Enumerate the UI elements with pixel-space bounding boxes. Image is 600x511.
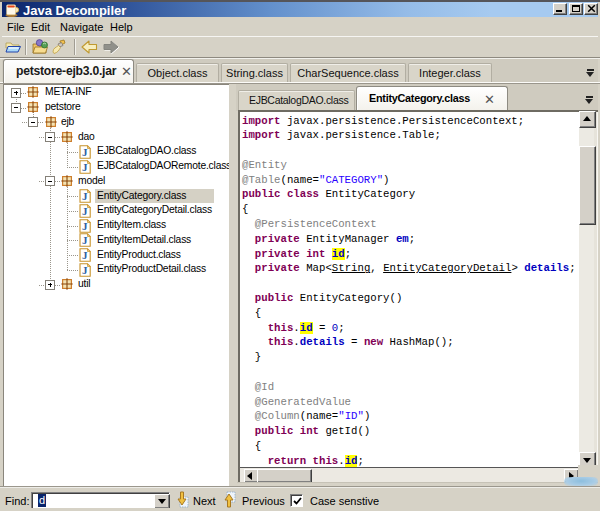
svg-text:J: J — [82, 205, 88, 217]
svg-text:J: J — [82, 161, 88, 173]
svg-text:J: J — [82, 146, 88, 158]
svg-text:J: J — [82, 190, 88, 202]
svg-text:J: J — [82, 249, 88, 261]
svg-text:J: J — [82, 264, 88, 276]
svg-text:J: J — [82, 220, 88, 232]
svg-text:J: J — [82, 234, 88, 246]
